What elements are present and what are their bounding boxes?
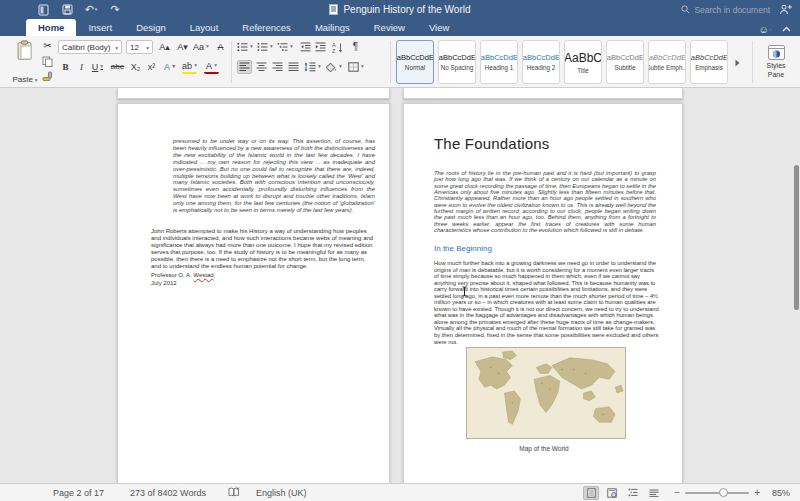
justify-button[interactable] <box>286 60 301 74</box>
scissors-icon <box>43 41 51 51</box>
undo-icon <box>85 4 94 15</box>
word-count-status[interactable]: 273 of 8402 Words <box>130 488 206 498</box>
new-document-icon[interactable] <box>36 3 50 17</box>
draft-view-button[interactable] <box>646 486 662 500</box>
highlight-button[interactable]: ab <box>182 60 197 74</box>
draft-view-icon <box>649 489 659 497</box>
font-size-value: 12 <box>130 43 144 52</box>
vertical-scrollbar[interactable] <box>794 165 799 310</box>
previous-page-fragment-left <box>117 88 390 99</box>
tab-references[interactable]: References <box>230 19 303 36</box>
svg-text:Z: Z <box>332 48 336 53</box>
signature-name: Westad <box>193 272 213 278</box>
share-button[interactable] <box>778 3 792 17</box>
numbering-button[interactable] <box>257 40 273 54</box>
cut-button[interactable] <box>40 39 55 53</box>
bullets-button[interactable] <box>237 40 253 54</box>
line-spacing-button[interactable] <box>304 60 321 74</box>
justify-icon <box>288 62 299 72</box>
strikethrough-button[interactable]: abe <box>110 60 125 74</box>
clear-formatting-button[interactable]: A <box>213 40 228 54</box>
style-no-spacing[interactable]: AaBbCcDdEe No Spacing <box>438 40 476 84</box>
line-spacing-icon <box>304 62 316 72</box>
style-heading-1[interactable]: AaBbCcDdEe Heading 1 <box>480 40 518 84</box>
outline-view-button[interactable] <box>625 486 641 500</box>
borders-button[interactable] <box>348 60 364 74</box>
document-page-right[interactable]: The Foundations The roots of history lie… <box>403 103 683 483</box>
show-formatting-marks-button[interactable] <box>348 40 363 54</box>
copy-icon <box>42 56 53 67</box>
font-color-button[interactable]: A <box>204 60 219 74</box>
tab-mailings[interactable]: Mailings <box>303 19 362 36</box>
styles-gallery-more-button[interactable] <box>732 56 742 70</box>
undo-button[interactable]: ▾ <box>84 3 98 17</box>
sort-button[interactable]: AZ <box>330 40 345 54</box>
print-layout-view-button[interactable] <box>583 486 599 500</box>
zoom-level-label[interactable]: 85% <box>772 488 790 498</box>
styles-pane-button[interactable]: Styles Pane <box>758 40 794 84</box>
style-title[interactable]: AaBbC Title <box>564 40 602 84</box>
indent-icon <box>315 42 326 52</box>
language-status[interactable]: English (UK) <box>256 488 307 498</box>
undo-dropdown-icon[interactable]: ▾ <box>95 7 98 12</box>
align-right-icon <box>272 62 283 72</box>
save-icon[interactable] <box>60 3 74 17</box>
tab-insert[interactable]: Insert <box>76 19 124 36</box>
change-case-button[interactable]: Aa <box>193 40 209 54</box>
multilevel-list-button[interactable] <box>277 40 293 54</box>
paintbrush-icon <box>42 71 53 82</box>
style-emphasis[interactable]: AaBbCcDdEe Emphasis <box>690 40 728 84</box>
shrink-font-button[interactable]: A▾ <box>175 40 190 54</box>
font-name-select[interactable]: Calibri (Body) <box>58 40 122 54</box>
multilevel-list-icon <box>277 42 288 52</box>
feedback-smiley-button[interactable]: · <box>758 22 772 36</box>
decrease-indent-button[interactable] <box>298 40 313 54</box>
underline-button[interactable]: U <box>90 60 105 74</box>
style-normal[interactable]: AaBbCcDdEe Normal <box>396 40 434 84</box>
bold-button[interactable]: B <box>58 60 73 74</box>
person-plus-icon <box>779 4 792 15</box>
search-box[interactable]: Search in document <box>681 5 770 15</box>
tab-view[interactable]: View <box>417 19 461 36</box>
clipboard-icon <box>16 40 34 62</box>
grow-font-button[interactable]: A▴ <box>157 40 172 54</box>
subscript-button[interactable]: X₂ <box>128 60 143 74</box>
copy-button[interactable] <box>40 54 55 68</box>
web-layout-view-button[interactable] <box>604 486 620 500</box>
text-effects-button[interactable]: A <box>162 60 177 74</box>
proofing-status-button[interactable] <box>228 487 240 499</box>
superscript-button[interactable]: x² <box>144 60 159 74</box>
borders-icon <box>348 62 359 72</box>
zoom-slider-thumb[interactable] <box>719 488 728 497</box>
collapse-ribbon-button[interactable] <box>779 22 793 36</box>
redo-button[interactable] <box>108 3 122 17</box>
page-number-status[interactable]: Page 2 of 17 <box>53 488 104 498</box>
align-right-button[interactable] <box>270 60 285 74</box>
tab-layout[interactable]: Layout <box>178 19 231 36</box>
tab-design[interactable]: Design <box>124 19 178 36</box>
italic-button[interactable]: I <box>74 60 89 74</box>
ribbon-tab-bar: Home Insert Design Layout References Mai… <box>0 19 800 36</box>
word-document-icon <box>329 1 338 19</box>
zoom-in-button[interactable] <box>754 487 760 498</box>
tab-review[interactable]: Review <box>362 19 417 36</box>
signature-suffix: , <box>214 272 216 278</box>
tab-home[interactable]: Home <box>26 19 76 36</box>
style-subtle-emphasis[interactable]: AaBbCcDdEe Subtle Emph... <box>648 40 686 84</box>
align-left-button[interactable] <box>237 60 252 74</box>
increase-indent-button[interactable] <box>313 40 328 54</box>
world-map-image[interactable] <box>466 347 626 439</box>
zoom-out-button[interactable] <box>674 487 680 498</box>
zoom-slider[interactable] <box>685 492 749 494</box>
style-subtitle[interactable]: AaBbCcDdEe Subtitle <box>606 40 644 84</box>
format-painter-button[interactable] <box>40 69 55 83</box>
paste-label: Paste <box>12 75 37 84</box>
previous-page-fragment-right <box>403 88 683 99</box>
shading-button[interactable] <box>326 60 342 74</box>
paste-button[interactable]: Paste <box>10 40 40 84</box>
align-center-button[interactable] <box>254 60 269 74</box>
document-page-left[interactable]: presumed to be under way or on its way. … <box>117 103 390 483</box>
align-center-icon <box>256 62 267 72</box>
font-size-select[interactable]: 12 <box>126 40 153 54</box>
style-heading-2[interactable]: AaBbCcDdEe Heading 2 <box>522 40 560 84</box>
